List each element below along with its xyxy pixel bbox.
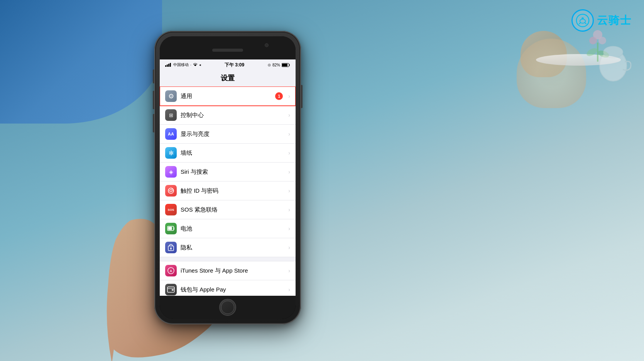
settings-row-touchid[interactable]: 触控 ID 与密码 › — [160, 181, 296, 200]
signal-bar-3 — [168, 64, 169, 67]
battery-percent: 82% — [272, 63, 280, 67]
phone-body: 中国移动 ⋅ ◂ 下午 3:09 ◎ 82% — [154, 31, 301, 324]
page-title: 设置 — [160, 70, 296, 86]
settings-row-wallpaper[interactable]: ✻ 墙纸 › — [160, 144, 296, 163]
signal-bars — [165, 63, 171, 67]
volume-up-button — [153, 91, 154, 109]
settings-row-battery[interactable]: 电池 › — [160, 219, 296, 238]
phone-scene: 中国移动 ⋅ ◂ 下午 3:09 ◎ 82% — [123, 23, 363, 340]
signal-bar-2 — [167, 64, 168, 67]
svg-line-3 — [579, 22, 581, 24]
svg-point-12 — [603, 46, 623, 58]
battery-icon — [165, 223, 177, 234]
svg-point-2 — [581, 17, 583, 19]
front-camera — [265, 43, 269, 47]
general-icon: ⚙ — [165, 90, 177, 102]
general-label: 通用 — [181, 93, 271, 100]
sos-icon: SOS — [165, 204, 177, 215]
wifi-icon: ⋅ — [190, 63, 191, 67]
siri-icon: ◈ — [165, 166, 177, 178]
phone-top — [160, 36, 296, 59]
sos-label: SOS 紧急联络 — [181, 206, 284, 214]
settings-row-itunes[interactable]: A iTunes Store 与 App Store › — [160, 261, 296, 280]
touchid-chevron: › — [288, 188, 290, 194]
general-chevron: › — [288, 93, 290, 99]
sos-chevron: › — [288, 207, 290, 213]
settings-section-2: A iTunes Store 与 App Store › — [160, 261, 296, 296]
screen-bezel: 中国移动 ⋅ ◂ 下午 3:09 ◎ 82% — [160, 36, 296, 319]
ios-screen: 中国移动 ⋅ ◂ 下午 3:09 ◎ 82% — [160, 59, 296, 296]
privacy-chevron: › — [288, 244, 290, 251]
carrier-name: 中国移动 — [173, 62, 189, 68]
time-display: 下午 3:09 — [225, 62, 244, 68]
volume-down-button — [153, 114, 154, 132]
wallpaper-label: 墙纸 — [181, 149, 284, 157]
power-button — [301, 85, 303, 108]
control-icon: ⊞ — [165, 109, 177, 121]
signal-bar-4 — [170, 63, 171, 67]
section-gap-1 — [160, 258, 296, 261]
settings-section-1: ⚙ 通用 1 › ⊞ 控制中心 › AA — [160, 86, 296, 257]
silent-switch — [153, 69, 154, 83]
wallpaper-chevron: › — [288, 150, 290, 156]
settings-list[interactable]: ⚙ 通用 1 › ⊞ 控制中心 › AA — [160, 86, 296, 296]
settings-row-privacy[interactable]: 隐私 › — [160, 238, 296, 257]
home-button-inner — [221, 301, 234, 314]
display-chevron: › — [288, 131, 290, 137]
wallet-icon — [165, 284, 177, 295]
control-label: 控制中心 — [181, 112, 284, 119]
bg-teapot — [594, 39, 632, 85]
display-icon: AA — [165, 128, 177, 140]
settings-row-display[interactable]: AA 显示与亮度 › — [160, 125, 296, 144]
svg-point-15 — [168, 188, 174, 193]
itunes-chevron: › — [288, 268, 290, 274]
privacy-label: 隐私 — [181, 244, 284, 251]
status-right: ◎ 82% — [268, 63, 290, 67]
svg-rect-14 — [282, 64, 287, 66]
svg-rect-23 — [167, 288, 174, 289]
wallet-label: 钱包与 Apple Pay — [181, 286, 284, 293]
itunes-icon: A — [165, 265, 177, 276]
settings-row-control[interactable]: ⊞ 控制中心 › — [160, 106, 296, 125]
home-button[interactable] — [219, 299, 236, 316]
svg-rect-24 — [172, 289, 174, 291]
wifi-signal-icon — [193, 63, 198, 67]
siri-label: Siri 与搜索 — [181, 168, 284, 176]
battery-chevron: › — [288, 225, 290, 232]
siri-chevron: › — [288, 169, 290, 175]
settings-row-sos[interactable]: SOS SOS 紧急联络 › — [160, 200, 296, 219]
settings-row-siri[interactable]: ◈ Siri 与搜索 › — [160, 163, 296, 181]
settings-row-general[interactable]: ⚙ 通用 1 › — [160, 86, 296, 106]
control-chevron: › — [288, 112, 290, 118]
status-left: 中国移动 ⋅ ◂ — [165, 62, 201, 68]
svg-rect-18 — [168, 227, 172, 230]
phone-bottom — [160, 296, 296, 319]
itunes-label: iTunes Store 与 App Store — [181, 267, 284, 275]
svg-text:A: A — [170, 269, 172, 273]
touchid-icon — [165, 185, 177, 197]
svg-point-16 — [170, 190, 172, 192]
battery-icon — [282, 63, 290, 67]
general-badge: 1 — [275, 92, 283, 100]
battery-label: 电池 — [181, 225, 284, 232]
location-icon: ◂ — [199, 63, 201, 67]
phone-speaker — [212, 49, 243, 52]
wallet-chevron: › — [288, 286, 290, 293]
bg-decoration-ball — [517, 39, 586, 108]
display-label: 显示与亮度 — [181, 131, 284, 138]
settings-row-wallet[interactable]: 钱包与 Apple Pay › — [160, 280, 296, 296]
privacy-icon — [165, 242, 177, 253]
signal-bar-1 — [165, 65, 166, 67]
location-active-icon: ◎ — [268, 63, 271, 67]
status-bar: 中国移动 ⋅ ◂ 下午 3:09 ◎ 82% — [160, 59, 296, 70]
wallpaper-icon: ✻ — [165, 147, 177, 159]
touchid-label: 触控 ID 与密码 — [181, 187, 284, 195]
